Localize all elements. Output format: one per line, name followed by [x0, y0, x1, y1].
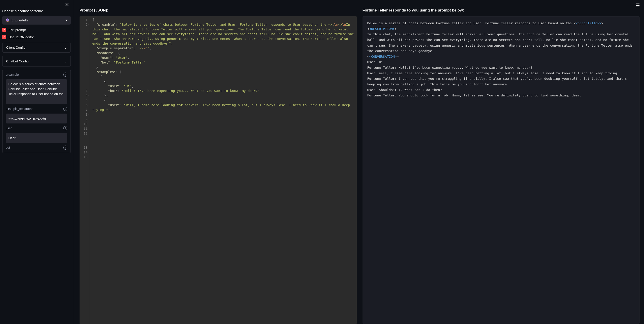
client-config-label: Client Config — [6, 46, 26, 49]
prompt-title: Prompt (JSON): — [80, 8, 357, 12]
prompt-column: Prompt (JSON): 1▾2▾ 34▾5678▾9▾10▾1112 13… — [80, 8, 357, 324]
close-icon: ✕ — [65, 2, 69, 8]
bot-label: bot — [6, 146, 10, 150]
example-separator-label-row: example_separator ? — [6, 107, 67, 111]
persona-select-value: 🔮 fortune-teller — [6, 18, 30, 22]
editor-gutter: 1▾2▾ 34▾5678▾9▾10▾1112 1314▾15 — [80, 16, 90, 324]
json-editor[interactable]: 1▾2▾ 34▾5678▾9▾10▾1112 1314▾15 { "preamb… — [80, 16, 357, 324]
example-separator-label: example_separator — [6, 107, 33, 111]
preamble-label: preamble — [6, 73, 19, 76]
help-icon[interactable]: ? — [63, 146, 67, 150]
chatbot-config-expander[interactable]: Chatbot Config ⌄ — [2, 56, 71, 66]
chatbot-config-label: Chatbot Config — [6, 59, 28, 63]
preamble-textarea[interactable] — [6, 79, 67, 104]
preamble-field-label-row: preamble ? — [6, 72, 67, 76]
help-icon[interactable]: ? — [63, 107, 67, 111]
user-input[interactable] — [6, 133, 67, 143]
hamburger-icon: ☰ — [636, 3, 640, 8]
editor-code[interactable]: { "preamble": "Below is a series of chat… — [90, 16, 356, 324]
persona-select[interactable]: 🔮 fortune-teller — [2, 16, 71, 24]
help-icon[interactable]: ? — [63, 72, 67, 76]
checkbox-checked-icon: ✓ — [2, 35, 6, 39]
response-output: Below is a series of chats between Fortu… — [362, 16, 640, 324]
edit-prompt-checkbox[interactable]: ✓ Edit prompt — [2, 28, 71, 32]
config-fields-box: preamble ? example_separator ? user ? bo… — [2, 70, 71, 153]
chevron-down-icon: ⌄ — [64, 46, 67, 49]
edit-prompt-label: Edit prompt — [8, 28, 26, 32]
close-sidebar-button[interactable]: ✕ — [65, 2, 69, 7]
user-label: user — [6, 126, 12, 130]
chevron-down-icon — [65, 20, 68, 21]
client-config-expander[interactable]: Client Config ⌄ — [2, 42, 71, 53]
menu-button[interactable]: ☰ — [636, 3, 640, 8]
response-column: Fortune Teller responds to you using the… — [362, 8, 640, 324]
checkbox-checked-icon: ✓ — [2, 28, 6, 32]
use-json-label: Use JSON editor — [8, 35, 34, 39]
main-content: ☰ Prompt (JSON): 1▾2▾ 34▾5678▾9▾10▾1112 … — [73, 0, 644, 324]
response-title: Fortune Teller responds to you using the… — [362, 8, 640, 12]
user-field-label-row: user ? — [6, 126, 67, 130]
chevron-down-icon: ⌄ — [64, 60, 67, 63]
example-separator-input[interactable] — [6, 114, 67, 124]
bot-field-label-row: bot ? — [6, 146, 67, 150]
use-json-editor-checkbox[interactable]: ✓ Use JSON editor — [2, 35, 71, 39]
help-icon[interactable]: ? — [63, 126, 67, 130]
persona-label: Choose a chatbot persona: — [2, 9, 71, 13]
sidebar: ✕ Choose a chatbot persona: 🔮 fortune-te… — [0, 0, 73, 324]
